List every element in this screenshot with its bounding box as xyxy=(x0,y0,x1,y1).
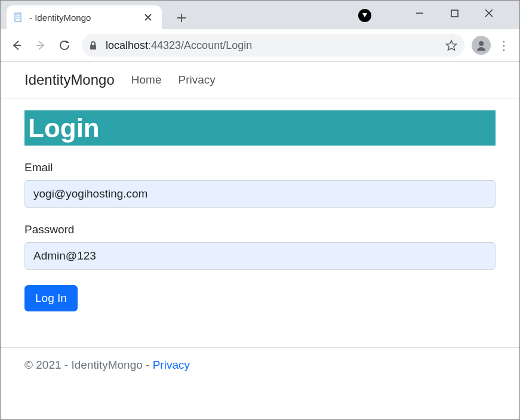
window-maximize-icon[interactable] xyxy=(445,4,463,22)
footer: © 2021 - IdentityMongo - Privacy xyxy=(1,347,519,382)
svg-rect-0 xyxy=(15,13,21,21)
svg-rect-10 xyxy=(451,10,458,17)
url-host: localhost xyxy=(106,39,148,51)
page-heading: Login xyxy=(24,110,496,146)
kebab-menu-icon[interactable]: ⋮ xyxy=(494,38,513,52)
navbar: IdentityMongo Home Privacy xyxy=(1,62,519,98)
nav-link-home[interactable]: Home xyxy=(131,73,162,87)
tab-close-icon[interactable] xyxy=(143,12,153,23)
tab-favicon-icon xyxy=(14,13,23,22)
address-row: localhost:44323/Account/Login ⋮ xyxy=(1,29,519,61)
password-label: Password xyxy=(24,223,496,236)
login-button[interactable]: Log In xyxy=(24,285,78,311)
bookmark-star-icon[interactable] xyxy=(445,39,457,51)
browser-tab[interactable]: - IdentityMongo xyxy=(7,5,162,29)
password-input[interactable] xyxy=(24,242,496,270)
svg-marker-17 xyxy=(447,41,457,50)
tab-title: - IdentityMongo xyxy=(29,13,137,23)
url-port: :44323 xyxy=(148,39,181,51)
nav-forward-button xyxy=(30,35,51,55)
svg-point-18 xyxy=(479,41,484,46)
url-text: localhost:44323/Account/Login xyxy=(106,39,438,52)
page-content: IdentityMongo Home Privacy Login Email P… xyxy=(1,62,519,382)
url-path: /Account/Login xyxy=(181,39,252,51)
media-control-icon[interactable] xyxy=(358,9,371,22)
footer-privacy-link[interactable]: Privacy xyxy=(153,359,190,371)
window-minimize-icon[interactable] xyxy=(411,4,429,22)
tab-bar: - IdentityMongo xyxy=(1,1,519,29)
nav-reload-button[interactable] xyxy=(54,35,75,55)
window-controls xyxy=(411,4,516,22)
main-container: Login Email Password Log In xyxy=(1,98,519,329)
address-bar[interactable]: localhost:44323/Account/Login xyxy=(82,34,464,57)
form-group-password: Password xyxy=(24,223,496,270)
new-tab-button[interactable] xyxy=(173,9,190,27)
profile-avatar-icon[interactable] xyxy=(472,36,491,55)
nav-link-privacy[interactable]: Privacy xyxy=(178,73,215,87)
email-input[interactable] xyxy=(24,180,496,208)
svg-rect-16 xyxy=(90,45,96,50)
brand-title[interactable]: IdentityMongo xyxy=(24,72,115,88)
footer-copyright: © 2021 - IdentityMongo - xyxy=(24,359,153,371)
browser-chrome: - IdentityMongo xyxy=(1,1,519,62)
svg-marker-8 xyxy=(362,13,367,17)
form-group-email: Email xyxy=(24,161,496,208)
lock-icon xyxy=(89,41,99,50)
email-label: Email xyxy=(24,161,496,174)
nav-back-button[interactable] xyxy=(7,35,27,55)
window-close-icon[interactable] xyxy=(480,4,498,22)
